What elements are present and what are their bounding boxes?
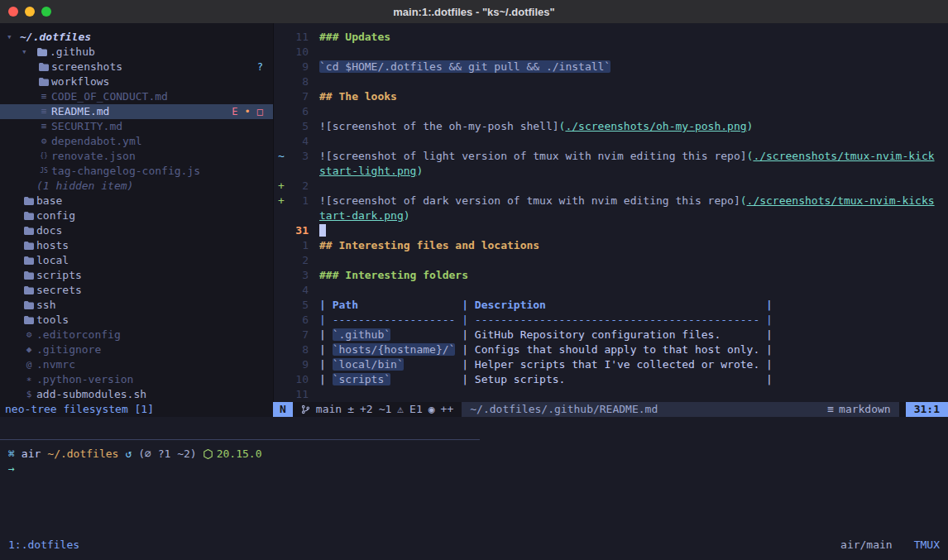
tree-item[interactable]: docs <box>0 223 273 238</box>
editor-line[interactable]: 7## The looks <box>274 89 948 104</box>
minimize-button[interactable] <box>25 7 35 17</box>
gear-icon: ⚙ <box>22 328 36 342</box>
node-version: 20.15.0 <box>217 447 262 462</box>
line-number: 8 <box>287 74 309 89</box>
tree-item[interactable]: ≡SECURITY.md <box>0 119 273 134</box>
editor-line[interactable]: 11### Updates <box>274 30 948 45</box>
tree-item[interactable]: ∗.python-version <box>0 372 273 387</box>
editor-line[interactable]: 10| `scripts` | Setup scripts. | <box>274 372 948 387</box>
tree-item[interactable]: local <box>0 253 273 268</box>
editor-line[interactable]: 10 <box>274 45 948 60</box>
editor-line[interactable]: 2 <box>274 253 948 268</box>
editor-line[interactable]: 4 <box>274 283 948 298</box>
editor-line[interactable]: ~3![screenshot of light version of tmux … <box>274 149 948 164</box>
tree-item[interactable]: @.nvmrc <box>0 357 273 372</box>
window-title: main:1:.dotfiles - "ks~/.dotfiles" <box>393 6 554 18</box>
sign-column <box>274 313 287 328</box>
editor-line[interactable]: start-light.png) <box>274 164 948 179</box>
tree-item[interactable]: config <box>0 208 273 223</box>
tree-item[interactable]: ▾.github <box>0 45 273 60</box>
editor-line-text: | ------------------- | ----------------… <box>319 313 773 328</box>
editor-line-text: | `local/bin` | Helper scripts that I've… <box>319 357 773 372</box>
tmux-session-label: air/main <box>840 538 893 551</box>
tree-item-label: scripts <box>36 268 82 283</box>
tree-item[interactable]: JStag-changelog-config.js <box>0 164 273 179</box>
editor-line[interactable]: 5![screenshot of the oh-my-posh shell](.… <box>274 119 948 134</box>
tree-item-label: SECURITY.md <box>51 119 122 134</box>
editor-line[interactable]: 8| `hosts/{hostname}/` | Configs that sh… <box>274 342 948 357</box>
tree-item[interactable]: secrets <box>0 283 273 298</box>
line-number: 2 <box>287 253 309 268</box>
editor-line[interactable]: 7| `.github` | GitHub Repository configu… <box>274 328 948 342</box>
text-segment: ## Interesting files and locations <box>319 239 539 251</box>
sign-column <box>274 387 287 402</box>
tree-item-label: dependabot.yml <box>51 134 142 149</box>
sign-column <box>274 134 287 149</box>
zoom-button[interactable] <box>41 7 51 17</box>
editor-line[interactable]: tart-dark.png) <box>274 208 948 223</box>
editor-line-text: ### Updates <box>319 30 390 45</box>
git-sign: ~ <box>274 149 287 164</box>
folder-icon <box>22 271 36 280</box>
tree-item[interactable]: {}renovate.json <box>0 149 273 164</box>
file-icon: ≡ <box>36 89 51 104</box>
shell-input-line[interactable]: → <box>8 462 940 476</box>
tree-item[interactable]: ◆.gitignore <box>0 342 273 357</box>
cursor-position: 31:1 <box>906 402 948 417</box>
editor-line-text: | `scripts` | Setup scripts. | <box>319 372 773 387</box>
tree-item[interactable]: (1 hidden item) <box>0 179 273 194</box>
git-sign: + <box>274 179 287 194</box>
git-branch-icon <box>301 404 310 414</box>
editor-line[interactable]: +2 <box>274 179 948 194</box>
tree-item-label: CODE_OF_CONDUCT.md <box>51 89 168 104</box>
text-segment: ### Updates <box>319 31 390 43</box>
tree-item[interactable]: ssh <box>0 298 273 313</box>
editor-line[interactable]: 11 <box>274 387 948 402</box>
filetype-icon: ≡ <box>827 402 834 417</box>
sign-column <box>274 30 287 45</box>
sign-column <box>274 223 287 238</box>
tmux-window-item[interactable]: 1:.dotfiles <box>8 538 79 551</box>
editor-line[interactable]: 4 <box>274 134 948 149</box>
line-number: 1 <box>287 194 309 208</box>
editor-line[interactable]: 6| ------------------- | ---------------… <box>274 313 948 328</box>
editor-line[interactable]: 9`cd $HOME/.dotfiles && git pull && ./in… <box>274 60 948 74</box>
shell-icon: $ <box>22 387 36 402</box>
tree-item[interactable]: ⚙.editorconfig <box>0 328 273 342</box>
editor-line-text: start-light.png) <box>319 164 423 179</box>
editor-line[interactable]: +1![screenshot of dark version of tmux w… <box>274 194 948 208</box>
tree-item[interactable]: ≡README.mdE•□ <box>0 104 273 119</box>
tree-item[interactable]: workflows <box>0 74 273 89</box>
tree-item[interactable]: hosts <box>0 238 273 253</box>
nvim-statusline: N main ± +2 ~1 ⚠ E1 ◉ ++ ~/.dotfiles/.gi… <box>273 402 948 417</box>
editor-line[interactable]: 5| Path | Description | <box>274 298 948 313</box>
shell-pane[interactable]: ⌘ air ~/.dotfiles ↺ (⌀ ?1 ~2) 20.15.0 → <box>0 440 948 535</box>
sign-column <box>274 372 287 387</box>
line-number <box>287 208 309 223</box>
editor-line[interactable]: 3### Interesting folders <box>274 268 948 283</box>
text-segment: ./screenshots/oh-my-posh.png <box>565 120 746 132</box>
editor-line[interactable]: 8 <box>274 74 948 89</box>
tree-item[interactable]: scripts <box>0 268 273 283</box>
editor-line[interactable]: 9| `local/bin` | Helper scripts that I'v… <box>274 357 948 372</box>
tree-item[interactable]: ▾~/.dotfiles <box>0 30 273 45</box>
cursor-block <box>319 224 326 237</box>
close-button[interactable] <box>8 7 18 17</box>
tree-item[interactable]: screenshots? <box>0 60 273 74</box>
editor-line[interactable]: 1## Interesting files and locations <box>274 238 948 253</box>
tree-item-label: .github <box>50 45 95 60</box>
prompt-cwd: ~/.dotfiles <box>47 447 118 462</box>
tree-item[interactable]: base <box>0 194 273 208</box>
tree-item[interactable]: tools <box>0 313 273 328</box>
tree-item[interactable]: ⚙dependabot.yml <box>0 134 273 149</box>
tree-item[interactable]: $add-submodules.sh <box>0 387 273 402</box>
folder-icon <box>22 301 36 309</box>
line-number: 11 <box>287 387 309 402</box>
tree-item-label: ~/.dotfiles <box>20 30 91 45</box>
tree-item[interactable]: ≡CODE_OF_CONDUCT.md <box>0 89 273 104</box>
editor-line[interactable]: 31 <box>274 223 948 238</box>
editor-line[interactable]: 6 <box>274 104 948 119</box>
editor-line-text: ![screenshot of dark version of tmux wit… <box>319 194 935 208</box>
git-untracked-badge: ? <box>257 60 263 74</box>
tree-item-label: docs <box>36 223 62 238</box>
